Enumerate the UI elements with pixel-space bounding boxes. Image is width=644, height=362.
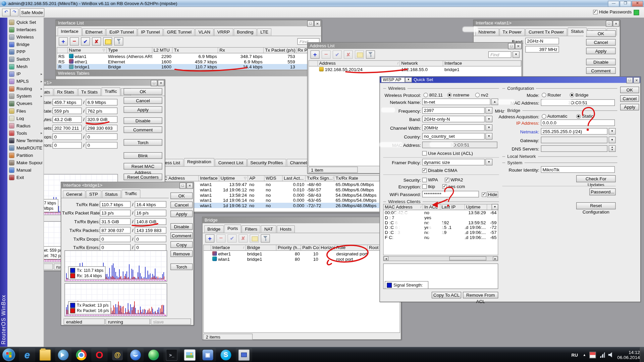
copy-button[interactable]: Copy [170, 241, 193, 248]
sidebar-item-interfaces[interactable]: Interfaces [7, 26, 44, 33]
tab-tx-power[interactable]: Tx Power [499, 28, 525, 36]
tab-traffic[interactable]: Traffic [101, 87, 120, 96]
network-name-input[interactable]: ln-net [422, 99, 490, 105]
window-titlebar[interactable]: Interface <bridge1> [61, 182, 193, 188]
bridge-window[interactable]: Bridge BridgePortsFiltersNATHosts + − ✔ … [202, 217, 401, 340]
interface-table-header[interactable]: Name▽TypeL2 MTUTxRxTx Packet (p/s)Rx Pac… [57, 47, 321, 53]
channel-width-dropdown-icon[interactable] [485, 124, 492, 131]
column-header-item[interactable] [204, 245, 211, 250]
remove-button[interactable]: − [216, 234, 225, 242]
column-header-last-ip[interactable]: Last IP [440, 204, 465, 210]
column-header-tx-rx-rate[interactable]: Tx/Rx Rate [334, 176, 380, 181]
window-titlebar[interactable]: Address List [308, 43, 522, 49]
column-header-l2-mtu[interactable]: L2 MTU [152, 48, 173, 53]
cancel-button[interactable]: Cancel [620, 95, 639, 102]
clients-columns-dropdown[interactable] [492, 204, 498, 210]
channel-width-select[interactable]: 20MHz [422, 124, 485, 131]
filter-icon[interactable] [114, 37, 123, 45]
sidebar-item-partition[interactable]: Partition [7, 152, 44, 159]
tab-registration[interactable]: Registration [184, 158, 214, 166]
comment-button[interactable] [250, 234, 259, 242]
tab-vrrp[interactable]: VRRP [214, 28, 233, 36]
blink-button[interactable]: Blink [124, 152, 162, 159]
column-header-bridge[interactable]: Bridge [246, 245, 276, 250]
table-row[interactable]: ether1bridge18010designated port [204, 251, 399, 256]
add-button[interactable]: + [311, 51, 320, 59]
column-header-address[interactable]: Address/ [318, 61, 400, 66]
taskbar-item-opera[interactable] [91, 348, 108, 361]
close-icon[interactable] [314, 20, 321, 26]
remove-button[interactable]: − [322, 51, 331, 59]
table-row[interactable]: RSwlan1Wireless (Atheros AR9...22906.9 M… [57, 53, 321, 59]
show-desktop-button[interactable] [640, 347, 644, 362]
column-header-wds[interactable]: WDS [265, 176, 283, 181]
apply-button[interactable]: Apply [586, 48, 615, 54]
window-titlebar[interactable]: Bridge [203, 217, 401, 223]
acquisition-radio-automatic[interactable]: Automatic [542, 114, 567, 119]
mode-radio-router[interactable]: Router [542, 93, 561, 98]
taskbar-item-winbox[interactable] [236, 348, 252, 361]
ok-button[interactable]: OK [170, 192, 193, 199]
sidebar-item-bridge[interactable]: Bridge [7, 41, 44, 48]
table-row[interactable]: 192.168.55.201/24192.168.55.0bridge1 [309, 66, 521, 72]
sidebar-item-manual[interactable]: Manual [7, 166, 44, 174]
taskbar-item-skype[interactable] [218, 348, 234, 361]
tab-general[interactable]: General [63, 190, 86, 198]
tab-status[interactable]: Status [568, 27, 587, 36]
disable-button[interactable]: ✘ [92, 37, 101, 45]
safe-mode-button[interactable]: Safe Mode [20, 8, 44, 17]
address-table-header[interactable]: Address/NetworkInterface [309, 60, 522, 66]
sidebar-item-new-terminal[interactable]: New Terminal [7, 137, 44, 144]
mode-radio-bridge[interactable]: Bridge [570, 93, 588, 98]
cancel-button[interactable]: Cancel [170, 201, 193, 208]
preset-dropdown[interactable]: WISP AP [381, 77, 405, 82]
apply-button[interactable]: Apply [170, 210, 193, 217]
preset-dropdown-icon[interactable] [405, 77, 412, 82]
sidebar-item-routing[interactable]: Routing▸ [7, 85, 44, 92]
comment-button[interactable] [103, 37, 112, 45]
enable-button[interactable]: ✔ [227, 234, 236, 242]
taskbar-item-app[interactable] [200, 348, 216, 361]
window-titlebar[interactable]: Interface <ether1> [44, 80, 165, 86]
column-header-horizon[interactable]: Horizon [319, 245, 335, 250]
interface-table[interactable]: RSwlan1Wireless (Atheros AR9...22906.9 M… [57, 53, 321, 70]
hide-checkbox[interactable]: Hide [482, 192, 497, 197]
clock[interactable]: 14:12 06.06.2014 [617, 350, 640, 360]
disable-button[interactable]: Disable [170, 223, 193, 230]
column-header-mac-address[interactable]: MAC Address/ [384, 204, 423, 210]
find-input[interactable]: Find [488, 51, 512, 58]
sidebar-item-exit[interactable]: Exit [7, 174, 44, 181]
scroll-right-icon[interactable]: ► [493, 256, 498, 260]
remove-button[interactable]: Remove [170, 250, 193, 257]
bridge1-interface-window[interactable]: Interface <bridge1> GeneralSTPStatusTraf… [61, 182, 194, 325]
column-header-tx-packet-p-s[interactable]: Tx Packet (p/s) [264, 48, 296, 53]
taskbar-item-browser[interactable] [145, 348, 162, 361]
wpa2-checkbox[interactable]: WPA2 [445, 177, 463, 182]
network-tray-icon[interactable] [599, 352, 605, 358]
ok-button[interactable]: OK [124, 88, 162, 95]
disable-button[interactable]: ✘ [344, 51, 353, 59]
table-row[interactable]: Rbridge1Bridge1600110.7 kbps16.4 kbps131… [57, 64, 321, 69]
torch-button[interactable]: Torch [170, 263, 193, 270]
frequency-dropdown-icon[interactable] [485, 107, 492, 114]
taskbar-item-terminal[interactable] [163, 348, 180, 361]
dns-spinner-icon[interactable]: ▲▼ [609, 145, 616, 152]
start-button[interactable] [2, 349, 15, 361]
column-header-last-act[interactable]: Last Act... [282, 176, 306, 181]
tab-traffic[interactable]: Traffic [121, 190, 140, 198]
password-button[interactable]: Password... [589, 188, 615, 195]
enable-button[interactable]: ✔ [81, 37, 90, 45]
column-header-type[interactable]: Type [107, 48, 152, 53]
column-header-name[interactable]: Name▽ [68, 48, 107, 53]
tkip-checkbox[interactable]: tkip [422, 184, 435, 189]
sidebar-item-ip[interactable]: IP▸ [7, 70, 44, 77]
sidebar-item-quick-set[interactable]: Quick Set [7, 18, 44, 26]
close-icon[interactable] [186, 183, 193, 189]
close-icon[interactable] [613, 20, 620, 26]
flag-tray-icon[interactable] [589, 352, 596, 358]
column-header-interface[interactable]: Interface [199, 176, 219, 181]
maximize-icon[interactable] [307, 20, 314, 26]
sidebar-item-system[interactable]: System▸ [7, 93, 44, 100]
frequency-input[interactable]: 2397 [422, 107, 485, 114]
close-icon[interactable] [633, 77, 640, 83]
